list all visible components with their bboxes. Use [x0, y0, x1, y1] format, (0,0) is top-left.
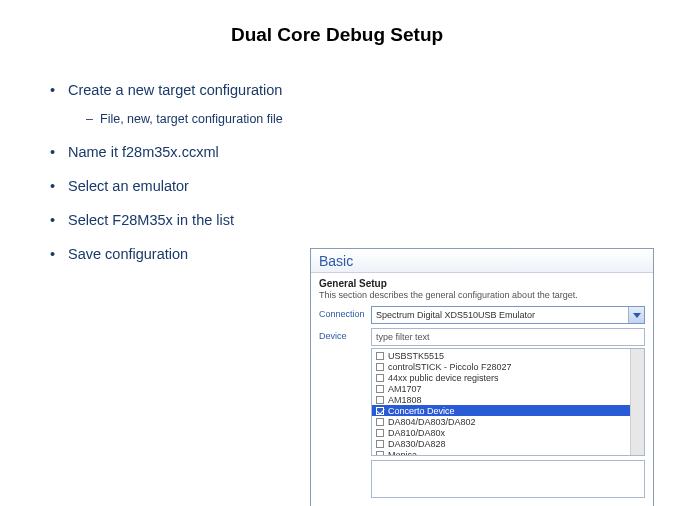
device-option-label: Concerto Device — [388, 406, 455, 416]
device-filter-input[interactable]: type filter text — [371, 328, 645, 346]
list-item: Create a new target configurationFile, n… — [50, 82, 674, 126]
checkbox-icon[interactable] — [376, 363, 384, 371]
device-option-label: USBSTK5515 — [388, 351, 444, 361]
device-option[interactable]: controlSTICK - Piccolo F28027 — [372, 361, 644, 372]
general-setup-description: This section describes the general confi… — [319, 290, 645, 300]
checkbox-icon[interactable] — [376, 385, 384, 393]
device-option-label: controlSTICK - Piccolo F28027 — [388, 362, 512, 372]
device-option-label: AM1808 — [388, 395, 422, 405]
device-label: Device — [319, 328, 371, 341]
device-detail-box — [371, 460, 645, 498]
device-option-label: DA830/DA828 — [388, 439, 446, 449]
checkbox-icon[interactable] — [376, 451, 384, 457]
checkbox-icon[interactable] — [376, 407, 384, 415]
list-sub-item: File, new, target configuration file — [86, 112, 674, 126]
page-title: Dual Core Debug Setup — [0, 0, 674, 46]
device-option[interactable]: 44xx public device registers — [372, 372, 644, 383]
device-option-label: DA810/DA80x — [388, 428, 445, 438]
list-item: Name it f28m35x.ccxml — [50, 144, 674, 160]
list-item: Select an emulator — [50, 178, 674, 194]
config-panel: Basic General Setup This section describ… — [310, 248, 654, 506]
scrollbar[interactable] — [630, 349, 644, 455]
checkbox-icon[interactable] — [376, 418, 384, 426]
connection-value: Spectrum Digital XDS510USB Emulator — [376, 310, 535, 320]
checkbox-icon[interactable] — [376, 429, 384, 437]
device-option-label: AM1707 — [388, 384, 422, 394]
device-option-label: 44xx public device registers — [388, 373, 499, 383]
device-option[interactable]: Concerto Device — [372, 405, 644, 416]
list-item: Select F28M35x in the list — [50, 212, 674, 228]
checkbox-icon[interactable] — [376, 440, 384, 448]
device-option[interactable]: DA830/DA828 — [372, 438, 644, 449]
device-listbox[interactable]: USBSTK5515controlSTICK - Piccolo F280274… — [371, 348, 645, 456]
general-setup-heading: General Setup — [319, 278, 645, 289]
panel-tab-basic[interactable]: Basic — [311, 249, 653, 273]
instruction-list: Create a new target configurationFile, n… — [50, 82, 674, 262]
device-option[interactable]: AM1707 — [372, 383, 644, 394]
connection-dropdown[interactable]: Spectrum Digital XDS510USB Emulator — [371, 306, 645, 324]
chevron-down-icon[interactable] — [628, 307, 644, 323]
device-option[interactable]: USBSTK5515 — [372, 350, 644, 361]
device-option-label: DA804/DA803/DA802 — [388, 417, 476, 427]
device-option[interactable]: DA810/DA80x — [372, 427, 644, 438]
device-option[interactable]: AM1808 — [372, 394, 644, 405]
checkbox-icon[interactable] — [376, 352, 384, 360]
checkbox-icon[interactable] — [376, 396, 384, 404]
checkbox-icon[interactable] — [376, 374, 384, 382]
device-option[interactable]: Monica — [372, 449, 644, 456]
slide-content: Create a new target configurationFile, n… — [0, 46, 674, 262]
device-option-label: Monica — [388, 450, 417, 457]
connection-label: Connection — [319, 306, 371, 319]
device-option[interactable]: DA804/DA803/DA802 — [372, 416, 644, 427]
